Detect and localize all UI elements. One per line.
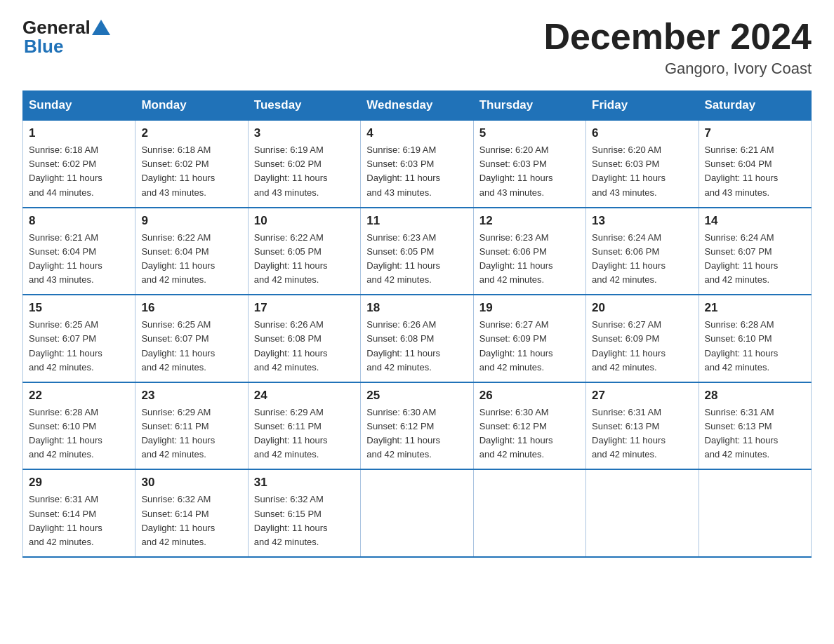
day-info: Sunrise: 6:21 AMSunset: 6:04 PMDaylight:… <box>29 231 129 288</box>
calendar-cell: 13Sunrise: 6:24 AMSunset: 6:06 PMDayligh… <box>586 208 699 295</box>
calendar-cell: 8Sunrise: 6:21 AMSunset: 6:04 PMDaylight… <box>23 208 135 295</box>
day-number: 22 <box>29 389 129 403</box>
day-info: Sunrise: 6:21 AMSunset: 6:04 PMDaylight:… <box>705 143 805 200</box>
day-info: Sunrise: 6:27 AMSunset: 6:09 PMDaylight:… <box>479 318 580 375</box>
day-number: 19 <box>479 301 580 315</box>
day-number: 12 <box>479 214 580 228</box>
calendar-cell: 15Sunrise: 6:25 AMSunset: 6:07 PMDayligh… <box>23 295 135 382</box>
day-info: Sunrise: 6:19 AMSunset: 6:03 PMDaylight:… <box>366 143 467 200</box>
calendar-cell: 14Sunrise: 6:24 AMSunset: 6:07 PMDayligh… <box>699 208 811 295</box>
calendar-cell: 6Sunrise: 6:20 AMSunset: 6:03 PMDaylight… <box>586 120 699 208</box>
calendar-cell: 11Sunrise: 6:23 AMSunset: 6:05 PMDayligh… <box>361 208 473 295</box>
day-number: 23 <box>141 389 241 403</box>
day-info: Sunrise: 6:32 AMSunset: 6:14 PMDaylight:… <box>141 492 241 549</box>
location-title: Gangoro, Ivory Coast <box>543 60 812 78</box>
calendar-cell: 24Sunrise: 6:29 AMSunset: 6:11 PMDayligh… <box>248 382 360 470</box>
day-info: Sunrise: 6:24 AMSunset: 6:06 PMDaylight:… <box>592 231 692 288</box>
calendar-cell <box>699 469 811 557</box>
day-number: 7 <box>705 126 805 140</box>
day-info: Sunrise: 6:24 AMSunset: 6:07 PMDaylight:… <box>705 231 805 288</box>
calendar-cell: 31Sunrise: 6:32 AMSunset: 6:15 PMDayligh… <box>248 469 360 557</box>
day-info: Sunrise: 6:18 AMSunset: 6:02 PMDaylight:… <box>141 143 241 200</box>
month-title: December 2024 <box>543 17 812 57</box>
calendar-cell <box>586 469 699 557</box>
day-number: 26 <box>479 389 580 403</box>
calendar-cell: 3Sunrise: 6:19 AMSunset: 6:02 PMDaylight… <box>248 120 360 208</box>
day-number: 25 <box>366 389 467 403</box>
day-info: Sunrise: 6:20 AMSunset: 6:03 PMDaylight:… <box>479 143 580 200</box>
day-info: Sunrise: 6:29 AMSunset: 6:11 PMDaylight:… <box>141 405 241 462</box>
calendar-cell: 17Sunrise: 6:26 AMSunset: 6:08 PMDayligh… <box>248 295 360 382</box>
calendar-cell: 7Sunrise: 6:21 AMSunset: 6:04 PMDaylight… <box>699 120 811 208</box>
day-number: 14 <box>705 214 805 228</box>
day-info: Sunrise: 6:23 AMSunset: 6:05 PMDaylight:… <box>366 231 467 288</box>
week-row-2: 8Sunrise: 6:21 AMSunset: 6:04 PMDaylight… <box>23 208 812 295</box>
week-row-3: 15Sunrise: 6:25 AMSunset: 6:07 PMDayligh… <box>23 295 812 382</box>
day-number: 29 <box>29 476 129 490</box>
day-number: 4 <box>366 126 467 140</box>
day-number: 5 <box>479 126 580 140</box>
day-info: Sunrise: 6:30 AMSunset: 6:12 PMDaylight:… <box>366 405 467 462</box>
calendar-cell: 27Sunrise: 6:31 AMSunset: 6:13 PMDayligh… <box>586 382 699 470</box>
day-number: 6 <box>592 126 692 140</box>
calendar-cell: 25Sunrise: 6:30 AMSunset: 6:12 PMDayligh… <box>361 382 473 470</box>
day-number: 21 <box>705 301 805 315</box>
logo-blue-text: Blue <box>22 36 63 58</box>
day-info: Sunrise: 6:29 AMSunset: 6:11 PMDaylight:… <box>254 405 355 462</box>
calendar-cell: 20Sunrise: 6:27 AMSunset: 6:09 PMDayligh… <box>586 295 699 382</box>
title-block: December 2024 Gangoro, Ivory Coast <box>543 17 812 78</box>
calendar-cell: 23Sunrise: 6:29 AMSunset: 6:11 PMDayligh… <box>135 382 248 470</box>
calendar-cell: 1Sunrise: 6:18 AMSunset: 6:02 PMDaylight… <box>23 120 135 208</box>
day-info: Sunrise: 6:28 AMSunset: 6:10 PMDaylight:… <box>705 318 805 375</box>
day-info: Sunrise: 6:31 AMSunset: 6:14 PMDaylight:… <box>29 492 129 549</box>
calendar-cell: 26Sunrise: 6:30 AMSunset: 6:12 PMDayligh… <box>473 382 585 470</box>
calendar-cell: 5Sunrise: 6:20 AMSunset: 6:03 PMDaylight… <box>473 120 585 208</box>
day-info: Sunrise: 6:20 AMSunset: 6:03 PMDaylight:… <box>592 143 692 200</box>
day-info: Sunrise: 6:25 AMSunset: 6:07 PMDaylight:… <box>141 318 241 375</box>
day-info: Sunrise: 6:22 AMSunset: 6:04 PMDaylight:… <box>141 231 241 288</box>
day-info: Sunrise: 6:31 AMSunset: 6:13 PMDaylight:… <box>592 405 692 462</box>
weekday-header-friday: Friday <box>586 91 699 121</box>
weekday-header-thursday: Thursday <box>473 91 585 121</box>
day-info: Sunrise: 6:23 AMSunset: 6:06 PMDaylight:… <box>479 231 580 288</box>
calendar-cell: 2Sunrise: 6:18 AMSunset: 6:02 PMDaylight… <box>135 120 248 208</box>
day-number: 2 <box>141 126 241 140</box>
calendar-cell: 10Sunrise: 6:22 AMSunset: 6:05 PMDayligh… <box>248 208 360 295</box>
calendar-cell: 9Sunrise: 6:22 AMSunset: 6:04 PMDaylight… <box>135 208 248 295</box>
day-number: 3 <box>254 126 355 140</box>
day-info: Sunrise: 6:26 AMSunset: 6:08 PMDaylight:… <box>254 318 355 375</box>
day-info: Sunrise: 6:22 AMSunset: 6:05 PMDaylight:… <box>254 231 355 288</box>
day-info: Sunrise: 6:28 AMSunset: 6:10 PMDaylight:… <box>29 405 129 462</box>
weekday-header-wednesday: Wednesday <box>361 91 473 121</box>
day-info: Sunrise: 6:31 AMSunset: 6:13 PMDaylight:… <box>705 405 805 462</box>
day-number: 31 <box>254 476 355 490</box>
weekday-header-monday: Monday <box>135 91 248 121</box>
calendar-cell: 22Sunrise: 6:28 AMSunset: 6:10 PMDayligh… <box>23 382 135 470</box>
weekday-header-saturday: Saturday <box>699 91 811 121</box>
calendar-cell <box>473 469 585 557</box>
day-number: 8 <box>29 214 129 228</box>
calendar-cell: 30Sunrise: 6:32 AMSunset: 6:14 PMDayligh… <box>135 469 248 557</box>
calendar-cell: 21Sunrise: 6:28 AMSunset: 6:10 PMDayligh… <box>699 295 811 382</box>
day-number: 27 <box>592 389 692 403</box>
calendar-cell: 28Sunrise: 6:31 AMSunset: 6:13 PMDayligh… <box>699 382 811 470</box>
calendar-cell: 12Sunrise: 6:23 AMSunset: 6:06 PMDayligh… <box>473 208 585 295</box>
day-number: 17 <box>254 301 355 315</box>
day-number: 16 <box>141 301 241 315</box>
day-info: Sunrise: 6:27 AMSunset: 6:09 PMDaylight:… <box>592 318 692 375</box>
logo-triangle-icon <box>92 20 110 35</box>
day-number: 9 <box>141 214 241 228</box>
calendar-cell: 18Sunrise: 6:26 AMSunset: 6:08 PMDayligh… <box>361 295 473 382</box>
day-number: 24 <box>254 389 355 403</box>
day-info: Sunrise: 6:19 AMSunset: 6:02 PMDaylight:… <box>254 143 355 200</box>
day-info: Sunrise: 6:26 AMSunset: 6:08 PMDaylight:… <box>366 318 467 375</box>
day-number: 13 <box>592 214 692 228</box>
day-number: 11 <box>366 214 467 228</box>
logo: General Blue <box>22 17 110 58</box>
weekday-header-tuesday: Tuesday <box>248 91 360 121</box>
calendar-cell: 16Sunrise: 6:25 AMSunset: 6:07 PMDayligh… <box>135 295 248 382</box>
day-number: 15 <box>29 301 129 315</box>
week-row-1: 1Sunrise: 6:18 AMSunset: 6:02 PMDaylight… <box>23 120 812 208</box>
day-number: 1 <box>29 126 129 140</box>
calendar-cell <box>361 469 473 557</box>
